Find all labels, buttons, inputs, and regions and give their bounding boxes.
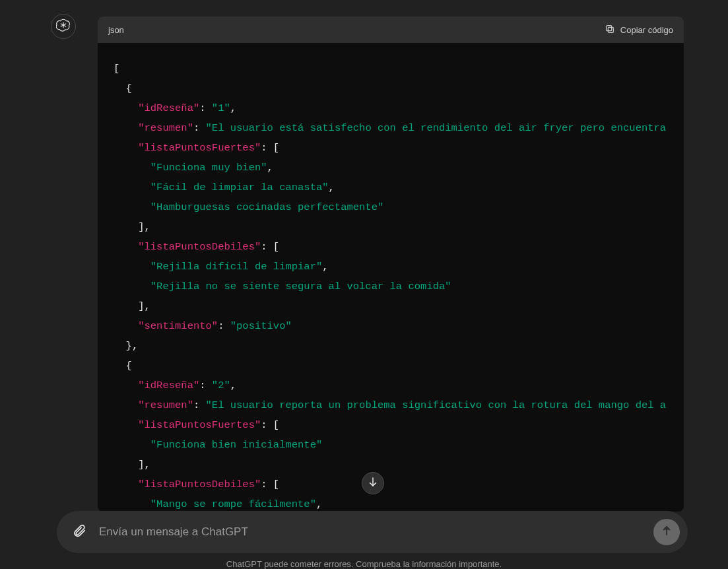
svg-rect-0	[608, 27, 613, 32]
code-body[interactable]: [ { "idReseña": "1", "resumen": "El usua…	[98, 43, 684, 512]
arrow-down-icon	[367, 476, 379, 490]
openai-logo-icon	[56, 18, 71, 35]
arrow-up-icon	[661, 525, 673, 539]
svg-rect-1	[606, 25, 611, 30]
assistant-avatar	[51, 14, 76, 39]
copy-code-button[interactable]: Copiar código	[605, 24, 673, 36]
scroll-to-bottom-button[interactable]	[362, 472, 384, 494]
code-block-header: json Copiar código	[98, 17, 684, 43]
message-input[interactable]	[99, 525, 643, 539]
copy-code-label: Copiar código	[620, 25, 673, 35]
send-button[interactable]	[653, 519, 680, 545]
code-language-label: json	[108, 25, 124, 35]
copy-icon	[605, 24, 615, 36]
message-composer	[57, 511, 688, 553]
code-content: [ { "idReseña": "1", "resumen": "El usua…	[114, 59, 684, 512]
app-root: json Copiar código [ { "idReseña": "1", …	[0, 0, 728, 569]
paperclip-icon	[72, 523, 86, 541]
attach-file-button[interactable]	[70, 523, 88, 541]
code-block: json Copiar código [ { "idReseña": "1", …	[98, 17, 684, 512]
disclaimer-text: ChatGPT puede cometer errores. Comprueba…	[0, 559, 728, 569]
